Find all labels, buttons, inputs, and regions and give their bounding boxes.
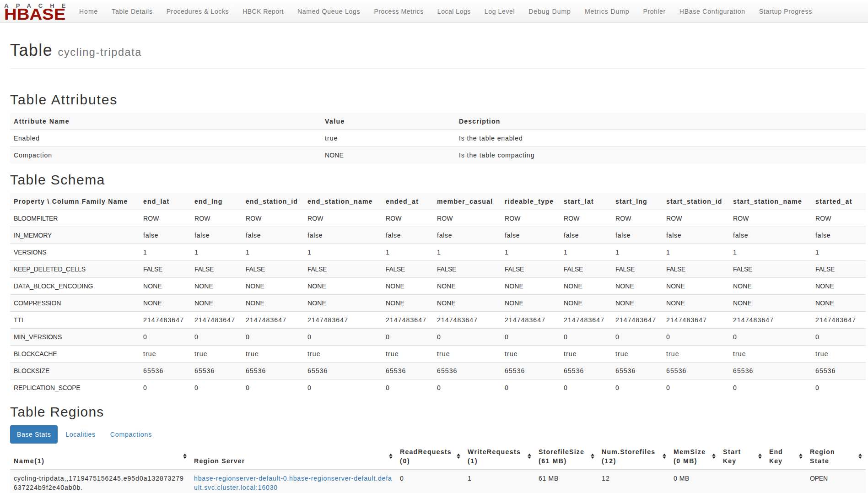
svg-text:HBASE: HBASE — [4, 5, 66, 23]
